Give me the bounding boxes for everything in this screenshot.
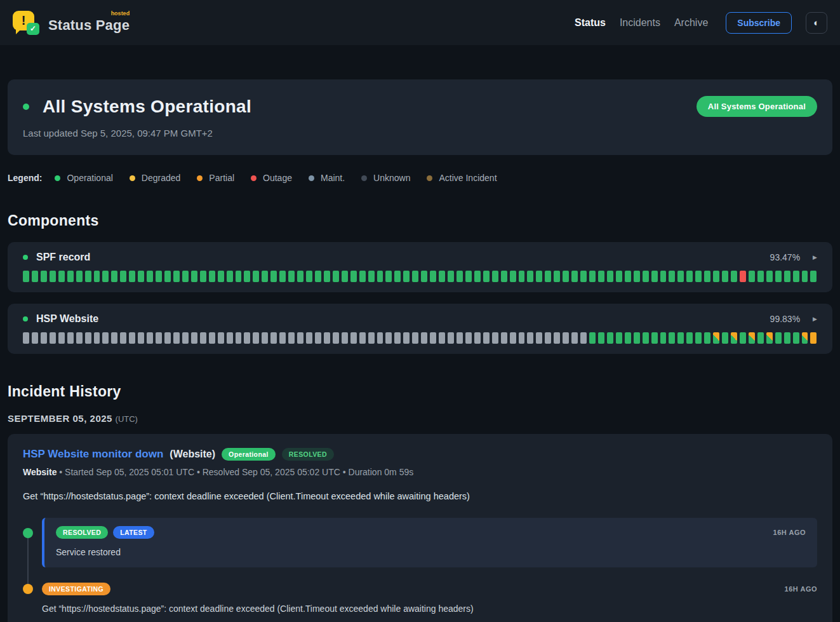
uptime-bar (749, 332, 755, 344)
uptime-bar (731, 332, 737, 344)
uptime-bar (385, 271, 392, 282)
uptime-bar (200, 271, 206, 282)
update-timestamp: 16H AGO (773, 529, 806, 536)
uptime-bar (686, 332, 693, 344)
uptime-bar (129, 332, 135, 344)
uptime-bar (85, 332, 91, 344)
legend-status-dot (361, 175, 367, 181)
incident-timeline: RESOLVEDLATEST 16H AGO Service restored … (23, 518, 817, 614)
uptime-bar (244, 271, 250, 282)
theme-icon: ◐ (813, 17, 819, 28)
uptime-bar (660, 332, 667, 344)
update-status-badge: RESOLVED (56, 526, 108, 539)
uptime-bar (766, 271, 773, 282)
uptime-bar (182, 332, 189, 344)
uptime-bar (519, 332, 525, 344)
uptime-bar (775, 271, 782, 282)
logo-bubble-tail (16, 29, 22, 34)
uptime-bar (660, 271, 667, 282)
uptime-bar (793, 332, 799, 344)
uptime-bar (722, 332, 728, 344)
uptime-bar (111, 332, 117, 344)
incident-date: SEPTEMBER 05, 2025 (8, 413, 112, 424)
uptime-bar (704, 271, 710, 282)
uptime-bar (607, 271, 613, 282)
uptime-bar (634, 271, 640, 282)
legend-item: Operational (55, 173, 112, 183)
uptime-bar (580, 332, 587, 344)
update-status-badge: LATEST (113, 526, 154, 539)
uptime-bar (421, 332, 427, 344)
uptime-bar (324, 332, 330, 344)
uptime-bar (111, 271, 117, 282)
legend-item-label: Outage (263, 173, 292, 183)
uptime-bar (554, 332, 560, 344)
uptime-bar (253, 332, 259, 344)
legend-item: Partial (197, 173, 234, 183)
uptime-bar (757, 332, 764, 344)
uptime-bar (350, 271, 357, 282)
uptime-bars (23, 332, 817, 344)
legend: Legend: Operational Degraded Partial Out… (8, 173, 832, 183)
logo[interactable]: ! ✓ hosted Status Page (13, 11, 130, 35)
uptime-bar (182, 271, 189, 282)
uptime-bar (421, 271, 427, 282)
overall-status-title: All Systems Operational (43, 97, 251, 117)
uptime-bar (430, 332, 436, 344)
uptime-bar (536, 332, 542, 344)
nav-link-incidents[interactable]: Incidents (620, 17, 660, 29)
update-timestamp: 16H AGO (785, 585, 817, 593)
incident-meta-component: Website (23, 467, 57, 477)
expand-arrow-icon[interactable]: ▶ (813, 316, 817, 322)
uptime-bar (651, 271, 658, 282)
uptime-bar (704, 332, 710, 344)
nav-right: StatusIncidentsArchive Subscribe ◐ (575, 12, 827, 34)
uptime-bar (483, 332, 490, 344)
uptime-bar (173, 271, 180, 282)
uptime-bar (465, 271, 472, 282)
uptime-bar (164, 271, 171, 282)
uptime-bar (394, 271, 401, 282)
update-status-badge: INVESTIGATING (42, 583, 110, 595)
uptime-bar (306, 332, 312, 344)
uptime-bar (554, 271, 560, 282)
navbar: ! ✓ hosted Status Page StatusIncidentsAr… (0, 0, 840, 45)
uptime-bar (793, 271, 799, 282)
uptime-bar (677, 332, 684, 344)
uptime-bar (209, 332, 215, 344)
main-content: All Systems Operational All Systems Oper… (0, 79, 840, 622)
uptime-bar (279, 332, 286, 344)
uptime-bar (501, 332, 507, 344)
uptime-bar (625, 271, 631, 282)
legend-item: Active Incident (427, 173, 497, 183)
uptime-bar (368, 271, 375, 282)
timeline-node (23, 528, 33, 538)
subscribe-button[interactable]: Subscribe (726, 12, 792, 34)
uptime-bar (643, 271, 649, 282)
uptime-bars (23, 271, 817, 282)
uptime-bar (740, 271, 746, 282)
uptime-bar (403, 271, 410, 282)
incident-update: INVESTIGATING 16H AGO Get “https://hoste… (23, 583, 817, 614)
legend-items: Operational Degraded Partial Outage Main… (55, 173, 497, 183)
theme-toggle-button[interactable]: ◐ (806, 12, 827, 34)
uptime-bar (713, 271, 719, 282)
incident-title-link[interactable]: HSP Website monitor down (23, 448, 163, 461)
uptime-bar (483, 271, 490, 282)
uptime-bar (218, 332, 224, 344)
uptime-bar (138, 271, 144, 282)
nav-link-status[interactable]: Status (575, 17, 606, 29)
uptime-bar (41, 271, 47, 282)
uptime-bar (510, 332, 516, 344)
legend-item: Degraded (130, 173, 181, 183)
incident-meta: Website • Started Sep 05, 2025 05:01 UTC… (23, 467, 817, 477)
legend-status-dot (130, 175, 135, 181)
uptime-bar (766, 332, 773, 344)
legend-item-label: Unknown (373, 173, 410, 183)
expand-arrow-icon[interactable]: ▶ (813, 254, 817, 260)
uptime-bar (350, 332, 357, 344)
component-name: SPF record (36, 252, 90, 263)
uptime-bar (129, 271, 135, 282)
nav-link-archive[interactable]: Archive (674, 17, 708, 29)
uptime-bar (669, 332, 675, 344)
